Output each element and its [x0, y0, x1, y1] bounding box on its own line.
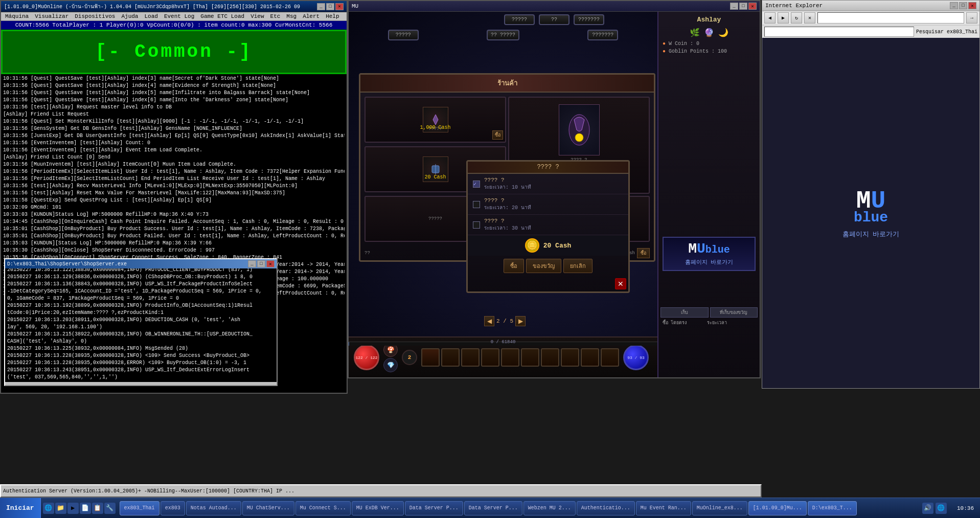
- buy-button-1[interactable]: ซื้อ: [492, 130, 503, 140]
- taskbar-icon-folder[interactable]: 📁: [55, 503, 66, 514]
- top-slot-6[interactable]: ???????: [587, 30, 618, 40]
- goblin-stat: ● Goblin Points : 100: [658, 48, 760, 55]
- menu-ajuda[interactable]: Ajuda: [118, 13, 141, 20]
- top-slot-3[interactable]: ???????: [574, 14, 604, 25]
- browser-minimize[interactable]: _: [950, 2, 958, 9]
- pkg-info-3: ???? ? ระยะเวลา: 30 นาที: [484, 218, 623, 232]
- start-label: Iniciar: [6, 504, 34, 512]
- pkg-wishlist-button[interactable]: ของขวัญ: [526, 259, 561, 273]
- shop-log-line: 20150227 10:36:13.203(38911,0x00000328,I…: [7, 317, 275, 324]
- minimize-button[interactable]: _: [317, 3, 325, 10]
- pkg-cancel-button[interactable]: ยกเลิก: [563, 259, 592, 273]
- menu-load[interactable]: Load: [141, 13, 161, 20]
- taskbar-btn-muonline-ex8[interactable]: MuOnline_ex8...: [692, 501, 747, 515]
- bottom-buy-btn-2[interactable]: ซื้อ: [637, 248, 650, 258]
- taskbar-btn-ex803[interactable]: ex803: [161, 501, 185, 515]
- menu-maquina[interactable]: Máquina: [2, 13, 32, 20]
- maximize-button[interactable]: □: [326, 3, 334, 10]
- prev-page-btn[interactable]: ◀: [484, 316, 494, 326]
- menu-event-log[interactable]: Event Log: [161, 13, 197, 20]
- taskbar-icon-6[interactable]: 🔧: [104, 503, 116, 514]
- pkg-cash-amount: 20 Cash: [543, 242, 572, 250]
- tray-icon-1[interactable]: 🔊: [922, 503, 933, 514]
- browser-maximize[interactable]: □: [959, 2, 967, 9]
- menu-view[interactable]: View: [247, 13, 267, 20]
- skill-slot-6[interactable]: [521, 348, 539, 367]
- pkg-info-1: ???? ? ระยะเวลา: 10 นาที: [484, 177, 623, 191]
- skill-slot-10[interactable]: [601, 348, 619, 367]
- menu-etc[interactable]: Etc: [267, 13, 284, 20]
- mu-close[interactable]: ✕: [748, 3, 757, 10]
- pkg-name-1: ???? ?: [484, 177, 623, 183]
- taskbar-btn-dataserver1[interactable]: Data Server P...: [405, 501, 463, 515]
- skill-slot-8[interactable]: [561, 348, 579, 367]
- col-header-2: ระยะเวลา: [707, 319, 727, 326]
- skill-slot-4[interactable]: [481, 348, 499, 367]
- pkg-checkbox-3[interactable]: [473, 221, 480, 229]
- taskbar-icon-ie[interactable]: 🌐: [43, 503, 54, 514]
- taskbar-btn-muconnect[interactable]: Mu Connect S...: [295, 501, 351, 515]
- go-btn[interactable]: →: [966, 12, 977, 24]
- taskbar-icon-4[interactable]: 📄: [80, 503, 91, 514]
- log-line: 10:31:56 [Quest] QuestSave [test][Ashlay…: [3, 89, 345, 97]
- back-btn[interactable]: ◀: [764, 12, 776, 24]
- log-line: 10:31:56 [test][Ashlay] Request master l…: [3, 104, 345, 111]
- tray-icon-2[interactable]: 🌐: [936, 503, 947, 514]
- taskbar-btn-mueventran[interactable]: Mu Event Ran...: [636, 501, 691, 515]
- taskbar-btn-1010[interactable]: [1.01.09_0]Mu...: [748, 501, 807, 515]
- taskbar-btn-dex803[interactable]: D:\ex803_T...: [808, 501, 857, 515]
- shop-log-line: 20150227 10:36:13.136(38843,0x00000328,I…: [7, 281, 275, 288]
- next-page-btn[interactable]: ▶: [515, 316, 526, 326]
- taskbar-btn-dataserver2[interactable]: Data Server P...: [464, 501, 522, 515]
- skill-slot-1[interactable]: [421, 348, 440, 367]
- refresh-btn[interactable]: ↻: [791, 12, 802, 24]
- menu-game-etc-load[interactable]: Game ETC Load: [197, 13, 247, 20]
- btn-label-10: Authenticatio...: [581, 505, 630, 511]
- top-slot-2[interactable]: ??: [539, 14, 569, 25]
- pkg-close-button[interactable]: ✕: [615, 278, 626, 289]
- skill-slot-7[interactable]: [541, 348, 559, 367]
- mu-game-window: MU _ □ ✕ ????? ?? ??????? ????? ?? ?????…: [348, 0, 761, 378]
- stop-btn[interactable]: ✕: [804, 12, 815, 24]
- mu-maximize[interactable]: □: [739, 3, 747, 10]
- top-slot-5[interactable]: ?? ?????: [487, 30, 519, 40]
- log-line: 10:31:56 [PeriodItemEx][SelectItemListCo…: [3, 175, 345, 183]
- pkg-checkbox-1[interactable]: [473, 181, 480, 188]
- tab-btn-2[interactable]: ที่เก็บของขวัญ: [710, 307, 758, 318]
- taskbar-icon-5[interactable]: 📋: [92, 503, 103, 514]
- skill-slot-3[interactable]: [461, 348, 480, 367]
- skill-slot-5[interactable]: [501, 348, 519, 367]
- top-slot-1[interactable]: ?????: [504, 14, 535, 25]
- taskbar-icon-media[interactable]: ▶: [67, 503, 79, 514]
- menu-dispositivos[interactable]: Dispositivos: [72, 13, 118, 20]
- taskbar-btn-muexdb[interactable]: MU ExDB Ver...: [352, 501, 404, 515]
- start-button[interactable]: Iniciar: [0, 498, 41, 518]
- svg-point-1: [575, 133, 583, 142]
- menu-visualizar[interactable]: Visualizar: [32, 13, 72, 20]
- menu-alert[interactable]: Alert: [300, 13, 323, 20]
- page-indicator: 2 / 5: [496, 318, 513, 324]
- shop-maximize[interactable]: □: [257, 260, 265, 267]
- forward-btn[interactable]: ▶: [778, 12, 789, 24]
- pkg-name-3: ???? ?: [484, 218, 623, 224]
- tab-btn-1[interactable]: เก็บ: [660, 307, 709, 318]
- taskbar-btn-auth[interactable]: Authenticatio...: [577, 501, 635, 515]
- menu-help[interactable]: Help: [323, 13, 342, 20]
- shop-minimize[interactable]: _: [248, 260, 256, 267]
- taskbar-btn-webzen[interactable]: Webzen MU 2...: [523, 501, 576, 515]
- close-button[interactable]: ✕: [335, 3, 344, 10]
- skill-slot-2[interactable]: [441, 348, 460, 367]
- pkg-checkbox-2[interactable]: [473, 201, 480, 208]
- top-slot-4[interactable]: ?????: [388, 30, 419, 40]
- taskbar-btn-notas[interactable]: Notas Autoad...: [186, 501, 241, 515]
- skill-slot-9[interactable]: [581, 348, 599, 367]
- mu-minimize[interactable]: _: [730, 3, 738, 10]
- taskbar-btn-ex803thai[interactable]: ex803_Thai: [120, 501, 159, 515]
- browser-close[interactable]: ✕: [968, 2, 976, 9]
- search-input[interactable]: [764, 27, 914, 37]
- shop-close[interactable]: ✕: [266, 260, 275, 267]
- menu-msg[interactable]: Msg: [283, 13, 300, 20]
- pkg-buy-button[interactable]: ซื้อ: [504, 259, 524, 273]
- taskbar-btn-muchat[interactable]: MU ChatServ...: [242, 501, 294, 515]
- browser-address[interactable]: [817, 12, 964, 24]
